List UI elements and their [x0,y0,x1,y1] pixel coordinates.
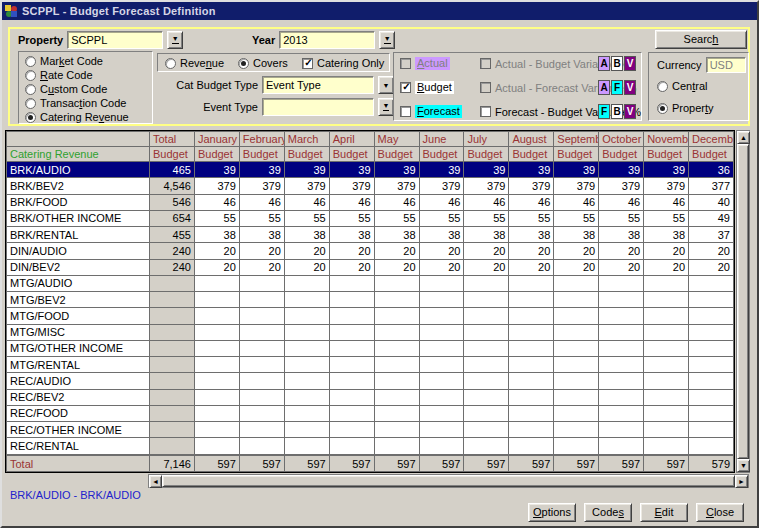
grid-cell[interactable]: 46 [374,194,419,210]
grid-row-label[interactable]: MTG/MISC [7,324,150,340]
grid-cell[interactable] [150,340,195,356]
search-button[interactable]: Search [655,30,747,49]
grid-cell[interactable] [509,308,554,324]
grid-cell[interactable]: 39 [239,162,284,178]
grid-row[interactable]: BRK/OTHER INCOME654555555555555555555555… [7,210,734,226]
grid-cell[interactable] [419,275,464,291]
grid-cell[interactable]: 465 [150,162,195,178]
grid-cell[interactable] [689,357,734,373]
radio-circle[interactable] [25,84,36,95]
grid-cell[interactable]: 20 [509,243,554,259]
grid-cell[interactable]: 55 [644,210,689,226]
grid-cell[interactable] [464,275,509,291]
grid-cell[interactable] [329,308,374,324]
property-field[interactable]: SCPPL [67,31,163,49]
cat-budget-type-select[interactable]: Event Type [262,76,374,94]
grid-cell[interactable] [239,340,284,356]
grid-cell[interactable]: 49 [689,210,734,226]
grid-cell[interactable] [374,389,419,405]
grid-cell[interactable] [599,405,644,421]
grid-cell[interactable]: 55 [374,210,419,226]
grid-cell[interactable] [689,373,734,389]
grid-cell[interactable] [464,373,509,389]
grid-cell[interactable]: 4,546 [150,178,195,194]
grid-cell[interactable] [374,275,419,291]
grid-cell[interactable] [599,308,644,324]
grid-cell[interactable] [644,422,689,438]
grid-cell[interactable]: 20 [689,243,734,259]
horizontal-scroll-thumb[interactable] [162,475,735,487]
grid-row-label[interactable]: BRK/BEV2 [7,178,150,194]
grid-cell[interactable] [329,422,374,438]
grid-cell[interactable]: 20 [194,259,239,275]
grid-cell[interactable]: 379 [284,178,329,194]
grid-cell[interactable] [599,292,644,308]
grid-cell[interactable] [509,292,554,308]
grid-row[interactable]: DIN/BEV2240202020202020202020202020 [7,259,734,275]
grid-cell[interactable] [689,438,734,454]
grid-cell[interactable] [284,422,329,438]
grid-cell[interactable] [150,275,195,291]
grid-cell[interactable]: 20 [644,259,689,275]
grid-row[interactable]: BRK/FOOD546464646464646464646464640 [7,194,734,210]
grid-row-label[interactable]: DIN/BEV2 [7,259,150,275]
radio-circle[interactable] [25,98,36,109]
grid-cell[interactable]: 379 [509,178,554,194]
grid-cell[interactable] [374,340,419,356]
grid-row-label[interactable]: BRK/FOOD [7,194,150,210]
grid-cell[interactable] [150,324,195,340]
grid-cell[interactable]: 55 [329,210,374,226]
grid-cell[interactable] [419,373,464,389]
grid-cell[interactable] [374,308,419,324]
grid-cell[interactable] [419,292,464,308]
grid-horizontal-scrollbar[interactable]: ◄ ► [148,474,749,488]
grid-cell[interactable] [239,308,284,324]
grid-cell[interactable]: 38 [284,227,329,243]
grid-cell[interactable]: 55 [509,210,554,226]
grid-cell[interactable]: 46 [599,194,644,210]
grid-cell[interactable] [689,275,734,291]
close-button[interactable]: Close [696,503,744,522]
grid-cell[interactable]: 55 [194,210,239,226]
grid-cell[interactable]: 55 [554,210,599,226]
grid-row-label[interactable]: BRK/AUDIO [7,162,150,178]
grid-cell[interactable] [419,422,464,438]
grid-row-label[interactable]: BRK/OTHER INCOME [7,210,150,226]
scroll-right-button[interactable]: ► [735,475,748,488]
grid-cell[interactable] [554,405,599,421]
grid-cell[interactable]: 39 [464,162,509,178]
grid-cell[interactable] [284,340,329,356]
grid-row[interactable]: REC/FOOD [7,405,734,421]
catering-only-checkbox[interactable] [302,58,313,69]
grid-cell[interactable] [509,373,554,389]
code-option-market-code[interactable]: Market Code [25,54,152,68]
grid-cell[interactable] [329,389,374,405]
grid-cell[interactable]: 55 [419,210,464,226]
grid-cell[interactable]: 20 [329,259,374,275]
grid-cell[interactable]: 379 [419,178,464,194]
grid-cell[interactable] [329,324,374,340]
grid-row[interactable]: MTG/RENTAL [7,357,734,373]
grid-cell[interactable] [464,308,509,324]
variance-checkbox[interactable] [480,58,491,69]
grid-cell[interactable]: 20 [329,243,374,259]
grid-cell[interactable]: 20 [374,243,419,259]
scroll-left-button[interactable]: ◄ [149,475,162,488]
grid-cell[interactable] [284,324,329,340]
grid-cell[interactable] [554,389,599,405]
grid-cell[interactable] [329,275,374,291]
grid-cell[interactable] [150,389,195,405]
grid-cell[interactable] [239,373,284,389]
grid-row-label[interactable]: MTG/OTHER INCOME [7,340,150,356]
grid-cell[interactable] [239,438,284,454]
grid-cell[interactable]: 46 [554,194,599,210]
variance-checkbox[interactable] [480,82,491,93]
grid-cell[interactable] [374,373,419,389]
grid-row-label[interactable]: REC/BEV2 [7,389,150,405]
grid-cell[interactable] [554,292,599,308]
grid-cell[interactable]: 20 [419,243,464,259]
grid-cell[interactable]: 38 [329,227,374,243]
grid-cell[interactable] [374,438,419,454]
grid-cell[interactable]: 38 [374,227,419,243]
grid-cell[interactable] [644,438,689,454]
